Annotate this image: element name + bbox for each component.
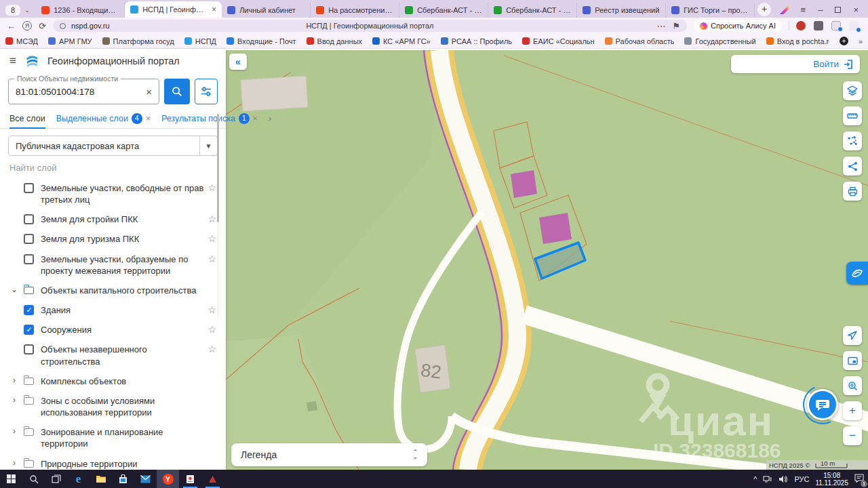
layer-group-row[interactable]: ›Комплексы объектов — [0, 371, 226, 391]
browser-tab[interactable]: На рассмотрении : Все — [311, 3, 399, 18]
hamburger-icon[interactable]: ≡ — [9, 54, 16, 68]
browser-tab[interactable]: Сбербанк-АСТ - Электр — [399, 3, 488, 18]
extension-icon[interactable] — [796, 21, 806, 30]
bookmarks-overflow-icon[interactable]: » — [859, 37, 863, 45]
search-input[interactable]: Поиск Объекты недвижимости 81:01:0501004… — [8, 79, 159, 104]
basemap-select[interactable]: Публичная кадастровая карта ▼ — [8, 136, 218, 156]
layer-checkbox[interactable] — [24, 214, 34, 224]
bookmark-item[interactable]: РСАА :: Профиль — [441, 37, 512, 45]
add-bookmark-button[interactable]: + — [840, 37, 848, 45]
chevron-icon[interactable]: ⌄ — [9, 285, 19, 294]
building-82[interactable]: 82 — [415, 345, 450, 392]
star-icon[interactable]: ☆ — [208, 182, 216, 193]
taskbar-search-icon[interactable] — [22, 470, 45, 488]
search-button[interactable] — [164, 79, 190, 104]
layer-tab-2[interactable]: Результаты поиска1× — [161, 108, 258, 129]
menu-icon[interactable]: ≡ — [801, 5, 806, 15]
region-panel-button[interactable] — [846, 262, 868, 285]
layer-tab-1[interactable]: Выделенные слои4× — [56, 108, 151, 129]
chat-button[interactable] — [807, 389, 838, 420]
login-button[interactable]: Войти — [731, 55, 860, 73]
legend-panel[interactable]: Легенда ⌃⌄ — [231, 443, 427, 466]
more-icon[interactable]: ⋯ — [656, 21, 665, 31]
bookmark-item[interactable]: Рабочая область — [605, 37, 675, 45]
layer-row[interactable]: Земельные участки, образуемые по проекту… — [0, 249, 226, 281]
task-view-icon[interactable] — [45, 470, 67, 488]
star-icon[interactable]: ☆ — [208, 304, 216, 315]
alice-button[interactable]: Спросить Алису AI — [694, 20, 782, 32]
layer-checkbox[interactable] — [24, 183, 34, 193]
layer-row[interactable]: Сооружения☆ — [0, 320, 226, 340]
address-bar[interactable]: nspd.gov.ru НСПД | Геоинформационный пор… — [53, 20, 687, 32]
new-tab-button[interactable]: + — [757, 3, 771, 16]
overview-map-button[interactable] — [843, 351, 862, 370]
layer-row[interactable]: Земельные участки, свободные от прав тре… — [0, 178, 226, 209]
star-icon[interactable]: ☆ — [208, 253, 216, 264]
back-button[interactable]: ← — [7, 21, 16, 31]
star-icon[interactable]: ☆ — [208, 214, 216, 224]
layer-row[interactable]: Здания☆ — [0, 300, 226, 320]
clear-search-icon[interactable]: × — [146, 86, 152, 98]
layer-checkbox[interactable] — [24, 254, 34, 264]
layer-group-row[interactable]: ›Зоны с особыми условиями использования … — [0, 391, 226, 422]
bookmark-item[interactable]: Входящие - Почт — [226, 37, 296, 45]
layer-checkbox[interactable] — [24, 234, 34, 244]
browser-tab[interactable]: Личный кабинет — [222, 3, 311, 18]
close-window-button[interactable]: × — [853, 5, 859, 15]
building-pink[interactable] — [539, 213, 572, 244]
select-area-button[interactable] — [843, 131, 862, 150]
layer-group-row[interactable]: ›Зонирование и планирование территории — [0, 422, 226, 453]
chevron-icon[interactable]: › — [9, 375, 19, 385]
wallet-extension-icon[interactable] — [831, 21, 841, 30]
notification-center-icon[interactable]: 1 — [854, 473, 864, 485]
star-icon[interactable]: ☆ — [208, 324, 216, 335]
layer-checkbox[interactable] — [24, 305, 34, 315]
print-button[interactable] — [843, 182, 862, 201]
downloads-icon[interactable] — [849, 21, 859, 30]
mail-icon[interactable] — [134, 470, 157, 488]
bookmark-item[interactable]: ЕАИС «Социальн — [522, 37, 595, 45]
share-button[interactable] — [843, 157, 862, 176]
browser-tab[interactable]: 1236 - Входящие — Янд — [36, 3, 125, 18]
tab-close-icon[interactable]: × — [146, 114, 151, 123]
edge-icon[interactable]: e — [67, 470, 90, 488]
tab-close-icon[interactable]: × — [212, 5, 216, 14]
extension-icon[interactable] — [814, 21, 823, 30]
tabs-scroll-icon[interactable]: › — [269, 114, 271, 123]
document-app-icon[interactable] — [179, 470, 201, 488]
layer-group-row[interactable]: ›Природные территории — [0, 454, 226, 470]
chevron-icon[interactable]: › — [9, 395, 19, 405]
bookmark-flag-icon[interactable]: ⚑ — [672, 21, 680, 31]
tab-close-icon[interactable]: × — [253, 114, 258, 123]
store-icon[interactable] — [112, 470, 134, 488]
locate-button[interactable] — [843, 326, 862, 345]
star-icon[interactable]: ☆ — [208, 233, 216, 244]
file-explorer-icon[interactable] — [90, 470, 112, 488]
start-button[interactable] — [0, 470, 22, 488]
bookmark-item[interactable]: КС «АРМ ГС» — [372, 37, 431, 45]
zoom-out-button[interactable]: − — [843, 426, 862, 445]
layer-checkbox[interactable] — [24, 325, 34, 335]
bookmark-item[interactable]: Ввод данных — [307, 37, 363, 45]
minimize-button[interactable]: – — [818, 5, 823, 15]
layers-button[interactable] — [843, 81, 862, 100]
map-canvas[interactable]: 82 циан ID 323868186 НСПД 2025 © 10 m — [226, 50, 868, 470]
browser-tab[interactable]: ГИС Торги – продажи го — [666, 3, 755, 18]
dropdown-arrow-icon[interactable]: ▼ — [199, 136, 217, 155]
sidebar-collapse-button[interactable]: « — [229, 54, 247, 70]
restore-button[interactable] — [835, 7, 841, 13]
layer-checkbox[interactable] — [24, 344, 34, 354]
network-icon[interactable] — [763, 475, 772, 483]
zoom-in-button[interactable]: + — [843, 401, 862, 420]
layer-tab-0[interactable]: Все слои — [9, 108, 45, 129]
browser-tab[interactable]: Реестр извещений — [577, 3, 666, 18]
tab-counter[interactable]: 8 ⌄ — [5, 5, 32, 16]
bookmark-item[interactable]: НСПД — [184, 37, 216, 45]
volume-icon[interactable] — [778, 475, 788, 483]
chevron-icon[interactable]: › — [9, 426, 19, 436]
browser-tab[interactable]: Сбербанк-АСТ - Электр — [488, 3, 577, 18]
layer-row[interactable]: Земля для стройки ПКК☆ — [0, 209, 226, 229]
yandex-browser-icon[interactable]: Y — [157, 470, 179, 488]
search-filter-button[interactable] — [195, 79, 218, 104]
scrollbar-thumb[interactable] — [217, 114, 219, 222]
